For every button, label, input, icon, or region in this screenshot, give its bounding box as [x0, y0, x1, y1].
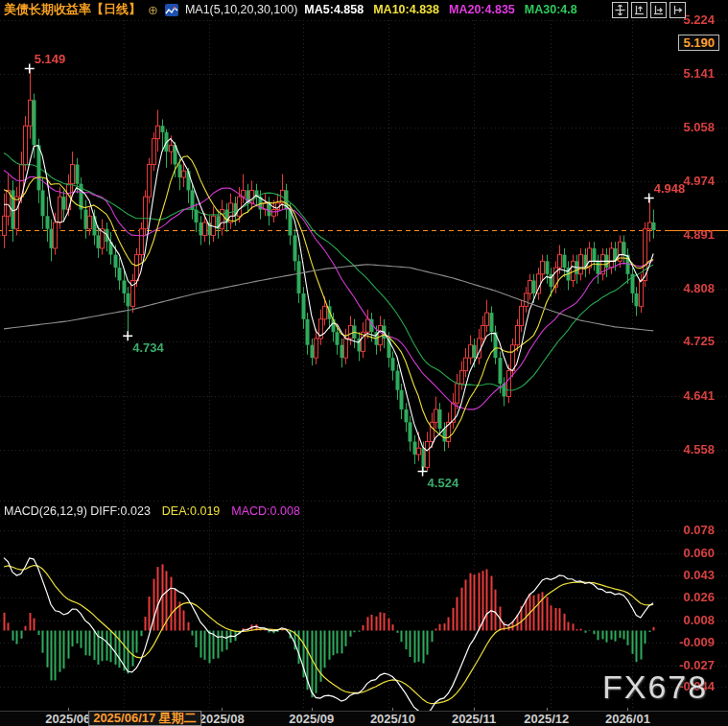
price-axis-tick: 5.141: [665, 66, 715, 81]
candlestick-chart-icon[interactable]: [165, 4, 178, 16]
price-axis-tick: 5.058: [665, 120, 715, 134]
ma-legend-value: MA10:4.838: [373, 3, 439, 16]
macd-axis-tick: 0.026: [665, 590, 715, 604]
time-axis[interactable]: 2025/062025/082025/092025/102025/112025/…: [0, 711, 728, 726]
crosshair-move-icon[interactable]: [612, 2, 628, 18]
price-axis-tick: 4.725: [665, 334, 715, 348]
macd-axis-tick: 0.060: [665, 546, 715, 560]
time-axis-tick: 2025/10: [370, 712, 415, 726]
macd-legend: MACD(26,12,9) DIFF:0.023 DEA:0.019 MACD:…: [4, 504, 300, 518]
price-axis-tick: 4.641: [665, 388, 715, 403]
ma-legend-value: MA20:4.835: [449, 3, 515, 16]
macd-axis-tick: 0.043: [665, 568, 715, 582]
time-axis-tick: 2025/08: [200, 712, 245, 726]
link-toggle-icon[interactable]: ⊕: [148, 4, 158, 16]
pan-right-icon[interactable]: [669, 2, 686, 18]
watermark: FX678: [602, 668, 708, 706]
price-axis-tick: 4.558: [665, 442, 715, 457]
extreme-price-label: 4.734: [132, 340, 164, 355]
x-axis-zoom-icon[interactable]: [650, 2, 667, 18]
chart-header: 美债长期收益率【日线】 ⊕ MA1(5,10,20,30,100) MA5:4.…: [4, 1, 577, 18]
page-title: 美债长期收益率【日线】: [4, 1, 141, 18]
extreme-price-label: 5.149: [35, 52, 66, 66]
macd-axis-tick: -0.009: [665, 635, 715, 649]
chart-canvas[interactable]: [0, 0, 728, 726]
chart-app-window: 美债长期收益率【日线】 ⊕ MA1(5,10,20,30,100) MA5:4.…: [0, 0, 728, 726]
time-axis-tick: 2025/06: [45, 712, 90, 726]
price-axis-tick: 4.808: [665, 281, 715, 295]
ma-legend-value: MA5:4.858: [304, 3, 364, 16]
time-axis-tick: 2025/12: [524, 712, 569, 726]
extreme-price-label: 4.524: [428, 476, 459, 490]
ma-indicator-label[interactable]: MA1(5,10,20,30,100): [185, 3, 297, 16]
extreme-price-label: 4.948: [654, 181, 686, 196]
time-axis-tick: 2025/09: [289, 712, 334, 726]
time-axis-tick: 2025/11: [452, 712, 496, 726]
macd-axis-tick: 0.078: [665, 523, 715, 537]
y-axis-zoom-icon[interactable]: [631, 2, 647, 18]
crosshair-date-readout: 2025/06/17 星期二: [88, 711, 201, 726]
macd-params-diff-label: MACD(26,12,9) DIFF:0.023: [4, 504, 151, 518]
macd-dea-label: DEA:0.019: [162, 504, 220, 518]
ma-legend: MA5:4.858MA10:4.838MA20:4.835MA30:4.8: [304, 3, 576, 16]
time-axis-tick: 2026/01: [605, 712, 650, 726]
chart-toolbar: [612, 2, 686, 18]
ma-legend-value: MA30:4.8: [525, 3, 577, 16]
price-axis-tick: 4.891: [665, 227, 715, 242]
macd-macd-label: MACD:0.008: [231, 504, 300, 518]
crosshair-price-readout: 5.190: [678, 35, 719, 51]
macd-axis-tick: 0.008: [665, 613, 715, 627]
